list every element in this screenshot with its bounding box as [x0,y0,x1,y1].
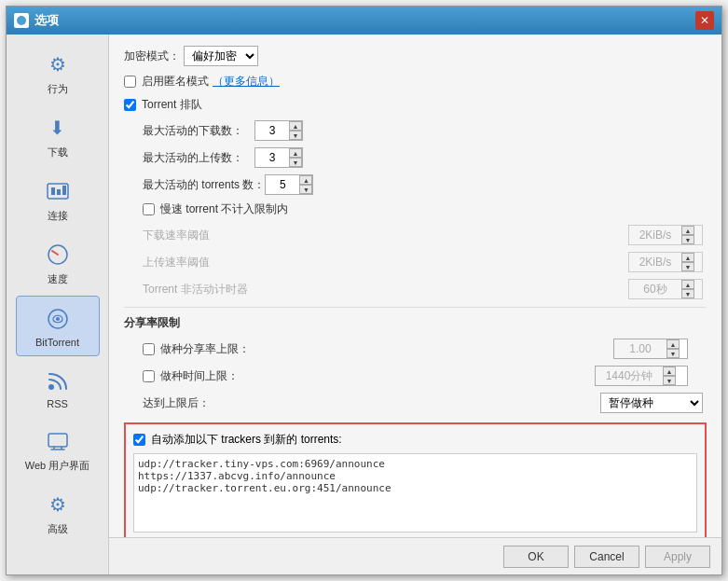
speed-icon [43,240,73,270]
anon-link[interactable]: （更多信息） [213,74,280,90]
anon-row: 启用匿名模式 （更多信息） [124,74,707,90]
max-torrents-down-btn[interactable]: ▼ [299,185,312,194]
max-torrents-row: 最大活动的 torrents 数： ▲ ▼ [124,174,707,195]
slow-torrent-row: 慢速 torrent 不计入限制内 [124,201,707,217]
ok-button[interactable]: OK [503,546,569,568]
seed-ratio-input[interactable] [614,339,666,358]
seed-time-down-btn[interactable]: ▼ [663,376,676,385]
divider1 [124,307,707,308]
main-content: 加密模式： 偏好加密 启用匿名模式 （更多信息） Torrent 排队 [109,35,721,574]
limit-action-row: 达到上限后： 暂停做种 [124,393,707,413]
tracker-label: 自动添加以下 trackers 到新的 torrents: [151,432,342,448]
bittorrent-icon [43,304,73,334]
seed-time-spinner-buttons: ▲ ▼ [663,367,676,385]
title-bar: 选项 ✕ [7,7,721,35]
svg-point-7 [56,317,60,321]
max-dl-spinner-buttons: ▲ ▼ [289,121,302,140]
svg-point-0 [17,16,26,25]
max-ul-spinner: ▲ ▼ [254,147,303,168]
max-torrents-spinner-buttons: ▲ ▼ [299,175,312,194]
seed-ratio-label: 做种分享率上限： [160,341,254,357]
cancel-button[interactable]: Cancel [574,546,639,568]
seed-ratio-spinner: ▲ ▼ [613,339,688,359]
seed-ratio-down-btn[interactable]: ▼ [666,349,680,358]
max-dl-label: 最大活动的下载数： [143,123,254,139]
webui-icon [43,426,73,456]
seed-ratio-input-container: ▲ ▼ [613,339,688,359]
inactive-timer-spinner: ▲ ▼ [628,279,703,299]
apply-button[interactable]: Apply [645,546,710,568]
dl-rate-input[interactable] [629,226,681,244]
dialog-title: 选项 [34,12,59,29]
tracker-section: 自动添加以下 trackers 到新的 torrents: udp://trac… [124,422,707,537]
encryption-row: 加密模式： 偏好加密 [124,46,707,66]
max-ul-row: 最大活动的上传数： ▲ ▼ [124,147,707,168]
inactive-timer-input[interactable] [629,280,681,298]
seed-time-spinner: ▲ ▼ [595,366,688,386]
sidebar-item-download[interactable]: ⬇ 下载 [16,105,100,167]
dl-rate-row: 下载速率阈值 ▲ ▼ [124,225,707,245]
inactive-timer-up-btn[interactable]: ▲ [681,280,694,289]
limit-action-select[interactable]: 暂停做种 [600,393,703,413]
anon-checkbox[interactable] [124,76,136,88]
max-dl-row: 最大活动的下载数： ▲ ▼ [124,120,707,141]
sidebar-item-bittorrent[interactable]: BitTorrent [16,296,100,356]
ul-rate-spinner-buttons: ▲ ▼ [681,253,694,271]
seed-time-input[interactable] [596,367,663,385]
tracker-header: 自动添加以下 trackers 到新的 torrents: [133,432,697,448]
queue-label: Torrent 排队 [142,97,202,113]
max-torrents-up-btn[interactable]: ▲ [299,175,312,185]
sidebar-label-webui: Web 用户界面 [25,459,89,473]
svg-point-8 [48,384,54,390]
max-dl-down-btn[interactable]: ▼ [289,131,302,140]
ul-rate-input[interactable] [629,253,681,271]
max-torrents-spinner: ▲ ▼ [265,174,313,195]
ul-rate-spinner: ▲ ▼ [628,252,703,272]
dl-rate-spinner: ▲ ▼ [628,225,703,245]
sidebar-label-connection: 连接 [48,209,68,223]
anon-label: 启用匿名模式 [142,74,209,90]
encrypt-label: 加密模式： [124,48,180,64]
options-dialog: 选项 ✕ ⚙ 行为 ⬇ 下载 连接 速度 [6,6,722,575]
ul-rate-up-btn[interactable]: ▲ [681,253,694,262]
queue-checkbox[interactable] [124,99,136,111]
ul-rate-label: 上传速率阈值 [143,255,254,270]
sidebar-item-speed[interactable]: 速度 [16,232,100,294]
max-dl-spinner: ▲ ▼ [254,120,303,141]
seed-time-input-container: ▲ ▼ [595,366,688,386]
tracker-checkbox[interactable] [133,434,145,446]
seed-ratio-up-btn[interactable]: ▲ [666,339,680,349]
inactive-timer-spinner-buttons: ▲ ▼ [681,280,694,298]
max-dl-input[interactable] [255,121,289,140]
max-ul-label: 最大活动的上传数： [143,150,254,166]
sidebar-label-speed: 速度 [48,272,68,286]
sidebar-item-connection[interactable]: 连接 [16,169,100,230]
max-torrents-input[interactable] [266,175,299,194]
sidebar-item-rss[interactable]: RSS [16,358,100,417]
encrypt-select[interactable]: 偏好加密 [184,46,258,66]
close-button[interactable]: ✕ [695,11,714,30]
seed-time-up-btn[interactable]: ▲ [663,367,676,376]
torrent-queue-row: Torrent 排队 [124,97,707,113]
max-ul-up-btn[interactable]: ▲ [289,148,302,158]
dl-rate-up-btn[interactable]: ▲ [681,226,694,235]
sidebar-item-webui[interactable]: Web 用户界面 [16,419,100,480]
seed-time-checkbox[interactable] [143,370,155,382]
ul-rate-row: 上传速率阈值 ▲ ▼ [124,252,707,272]
rss-icon [43,366,73,395]
inactive-timer-down-btn[interactable]: ▼ [681,289,694,298]
ul-rate-down-btn[interactable]: ▼ [681,262,694,271]
dl-rate-down-btn[interactable]: ▼ [681,235,694,244]
max-ul-input[interactable] [255,148,289,167]
sidebar-item-behavior[interactable]: ⚙ 行为 [16,42,100,104]
slow-checkbox[interactable] [143,203,155,215]
svg-rect-4 [62,186,66,195]
max-ul-down-btn[interactable]: ▼ [289,158,302,167]
tracker-textarea[interactable]: udp://tracker.tiny-vps.com:6969/announce… [133,453,697,533]
seed-ratio-checkbox[interactable] [143,343,155,355]
svg-rect-3 [57,189,61,195]
max-dl-up-btn[interactable]: ▲ [289,121,302,131]
connection-icon [43,176,73,206]
max-torrents-label: 最大活动的 torrents 数： [143,177,265,193]
sidebar-item-advanced[interactable]: ⚙ 高级 [16,482,100,544]
